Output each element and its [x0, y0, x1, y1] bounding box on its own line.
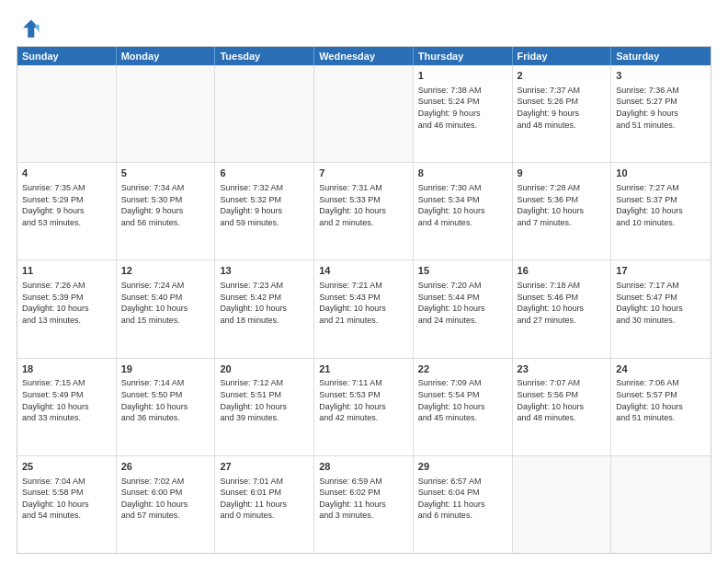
- logo: [17, 17, 46, 42]
- day-info: Sunrise: 6:59 AMSunset: 6:02 PMDaylight:…: [319, 476, 408, 522]
- day-info: Sunrise: 7:07 AMSunset: 5:56 PMDaylight:…: [518, 377, 607, 423]
- day-info: Sunrise: 7:32 AMSunset: 5:32 PMDaylight:…: [220, 182, 309, 228]
- day-number: 6: [220, 167, 309, 180]
- cal-cell: 28Sunrise: 6:59 AMSunset: 6:02 PMDayligh…: [314, 456, 414, 553]
- day-info: Sunrise: 7:14 AMSunset: 5:50 PMDaylight:…: [121, 377, 210, 423]
- day-number: 11: [22, 264, 111, 278]
- day-info: Sunrise: 7:37 AMSunset: 5:26 PMDaylight:…: [518, 85, 607, 131]
- cal-cell: 7Sunrise: 7:31 AMSunset: 5:33 PMDaylight…: [314, 163, 414, 259]
- day-info: Sunrise: 7:31 AMSunset: 5:33 PMDaylight:…: [319, 182, 408, 228]
- cal-cell: 22Sunrise: 7:09 AMSunset: 5:54 PMDayligh…: [414, 359, 513, 455]
- cal-cell: 26Sunrise: 7:02 AMSunset: 6:00 PMDayligh…: [117, 456, 216, 553]
- cal-week-row: 11Sunrise: 7:26 AMSunset: 5:39 PMDayligh…: [17, 259, 711, 357]
- cal-header-day: Monday: [117, 47, 216, 65]
- day-number: 20: [220, 362, 309, 376]
- day-info: Sunrise: 7:26 AMSunset: 5:39 PMDaylight:…: [22, 280, 111, 326]
- cal-cell: [314, 65, 414, 162]
- cal-header-day: Friday: [513, 47, 612, 65]
- day-number: 5: [121, 167, 210, 180]
- cal-week-row: 18Sunrise: 7:15 AMSunset: 5:49 PMDayligh…: [17, 358, 711, 455]
- cal-header-day: Saturday: [611, 47, 711, 65]
- day-info: Sunrise: 7:01 AMSunset: 6:01 PMDaylight:…: [220, 476, 309, 522]
- cal-cell: 15Sunrise: 7:20 AMSunset: 5:44 PMDayligh…: [414, 260, 513, 357]
- day-info: Sunrise: 7:17 AMSunset: 5:47 PMDaylight:…: [616, 280, 706, 326]
- cal-cell: [215, 65, 314, 162]
- day-info: Sunrise: 7:06 AMSunset: 5:57 PMDaylight:…: [616, 377, 706, 423]
- day-info: Sunrise: 7:34 AMSunset: 5:30 PMDaylight:…: [121, 182, 210, 228]
- cal-header-day: Thursday: [414, 47, 513, 65]
- cal-cell: 18Sunrise: 7:15 AMSunset: 5:49 PMDayligh…: [17, 359, 117, 455]
- day-number: 1: [418, 69, 507, 83]
- day-info: Sunrise: 7:28 AMSunset: 5:36 PMDaylight:…: [518, 182, 607, 228]
- day-number: 10: [616, 167, 706, 180]
- day-info: Sunrise: 7:04 AMSunset: 5:58 PMDaylight:…: [22, 476, 111, 522]
- cal-cell: 25Sunrise: 7:04 AMSunset: 5:58 PMDayligh…: [17, 456, 117, 553]
- cal-cell: [117, 65, 216, 162]
- day-number: 27: [220, 460, 309, 474]
- logo-icon: [17, 17, 42, 42]
- day-info: Sunrise: 6:57 AMSunset: 6:04 PMDaylight:…: [418, 476, 507, 522]
- cal-cell: 17Sunrise: 7:17 AMSunset: 5:47 PMDayligh…: [611, 260, 711, 357]
- day-number: 7: [319, 167, 408, 180]
- day-info: Sunrise: 7:18 AMSunset: 5:46 PMDaylight:…: [518, 280, 607, 326]
- cal-header-day: Sunday: [17, 47, 117, 65]
- cal-cell: 10Sunrise: 7:27 AMSunset: 5:37 PMDayligh…: [611, 163, 711, 259]
- day-number: 15: [418, 264, 507, 278]
- day-number: 17: [616, 264, 706, 278]
- day-number: 9: [518, 167, 607, 180]
- day-number: 29: [418, 460, 507, 474]
- day-number: 18: [22, 362, 111, 376]
- page: SundayMondayTuesdayWednesdayThursdayFrid…: [0, 0, 728, 563]
- day-number: 4: [22, 167, 111, 180]
- cal-cell: 14Sunrise: 7:21 AMSunset: 5:43 PMDayligh…: [314, 260, 414, 357]
- day-info: Sunrise: 7:15 AMSunset: 5:49 PMDaylight:…: [22, 377, 111, 423]
- cal-cell: 21Sunrise: 7:11 AMSunset: 5:53 PMDayligh…: [314, 359, 414, 455]
- cal-cell: 16Sunrise: 7:18 AMSunset: 5:46 PMDayligh…: [513, 260, 612, 357]
- header: [17, 17, 711, 42]
- cal-week-row: 25Sunrise: 7:04 AMSunset: 5:58 PMDayligh…: [17, 455, 711, 553]
- cal-cell: 12Sunrise: 7:24 AMSunset: 5:40 PMDayligh…: [117, 260, 216, 357]
- calendar: SundayMondayTuesdayWednesdayThursdayFrid…: [17, 46, 711, 554]
- day-number: 19: [121, 362, 210, 376]
- day-number: 16: [518, 264, 607, 278]
- cal-cell: 24Sunrise: 7:06 AMSunset: 5:57 PMDayligh…: [611, 359, 711, 455]
- day-info: Sunrise: 7:02 AMSunset: 6:00 PMDaylight:…: [121, 476, 210, 522]
- day-number: 21: [319, 362, 408, 376]
- cal-cell: 3Sunrise: 7:36 AMSunset: 5:27 PMDaylight…: [611, 65, 711, 162]
- calendar-body: 1Sunrise: 7:38 AMSunset: 5:24 PMDaylight…: [17, 65, 711, 553]
- cal-cell: [513, 456, 612, 553]
- day-number: 23: [518, 362, 607, 376]
- day-number: 26: [121, 460, 210, 474]
- day-number: 8: [418, 167, 507, 180]
- day-info: Sunrise: 7:11 AMSunset: 5:53 PMDaylight:…: [319, 377, 408, 423]
- day-info: Sunrise: 7:23 AMSunset: 5:42 PMDaylight:…: [220, 280, 309, 326]
- day-number: 3: [616, 69, 706, 83]
- cal-cell: 27Sunrise: 7:01 AMSunset: 6:01 PMDayligh…: [215, 456, 314, 553]
- cal-cell: 1Sunrise: 7:38 AMSunset: 5:24 PMDaylight…: [414, 65, 513, 162]
- day-info: Sunrise: 7:27 AMSunset: 5:37 PMDaylight:…: [616, 182, 706, 228]
- cal-week-row: 1Sunrise: 7:38 AMSunset: 5:24 PMDaylight…: [17, 65, 711, 162]
- cal-cell: 13Sunrise: 7:23 AMSunset: 5:42 PMDayligh…: [215, 260, 314, 357]
- day-number: 22: [418, 362, 507, 376]
- cal-week-row: 4Sunrise: 7:35 AMSunset: 5:29 PMDaylight…: [17, 162, 711, 259]
- day-info: Sunrise: 7:21 AMSunset: 5:43 PMDaylight:…: [319, 280, 408, 326]
- cal-cell: 6Sunrise: 7:32 AMSunset: 5:32 PMDaylight…: [215, 163, 314, 259]
- day-info: Sunrise: 7:09 AMSunset: 5:54 PMDaylight:…: [418, 377, 507, 423]
- day-info: Sunrise: 7:35 AMSunset: 5:29 PMDaylight:…: [22, 182, 111, 228]
- cal-cell: 4Sunrise: 7:35 AMSunset: 5:29 PMDaylight…: [17, 163, 117, 259]
- day-info: Sunrise: 7:38 AMSunset: 5:24 PMDaylight:…: [418, 85, 507, 131]
- cal-cell: 20Sunrise: 7:12 AMSunset: 5:51 PMDayligh…: [215, 359, 314, 455]
- cal-cell: 11Sunrise: 7:26 AMSunset: 5:39 PMDayligh…: [17, 260, 117, 357]
- cal-cell: 9Sunrise: 7:28 AMSunset: 5:36 PMDaylight…: [513, 163, 612, 259]
- day-number: 14: [319, 264, 408, 278]
- cal-cell: [611, 456, 711, 553]
- day-info: Sunrise: 7:36 AMSunset: 5:27 PMDaylight:…: [616, 85, 706, 131]
- day-info: Sunrise: 7:30 AMSunset: 5:34 PMDaylight:…: [418, 182, 507, 228]
- cal-cell: 8Sunrise: 7:30 AMSunset: 5:34 PMDaylight…: [414, 163, 513, 259]
- cal-cell: 5Sunrise: 7:34 AMSunset: 5:30 PMDaylight…: [117, 163, 216, 259]
- cal-cell: 2Sunrise: 7:37 AMSunset: 5:26 PMDaylight…: [513, 65, 612, 162]
- cal-header-day: Tuesday: [215, 47, 314, 65]
- day-number: 12: [121, 264, 210, 278]
- day-number: 2: [518, 69, 607, 83]
- calendar-header: SundayMondayTuesdayWednesdayThursdayFrid…: [17, 47, 711, 65]
